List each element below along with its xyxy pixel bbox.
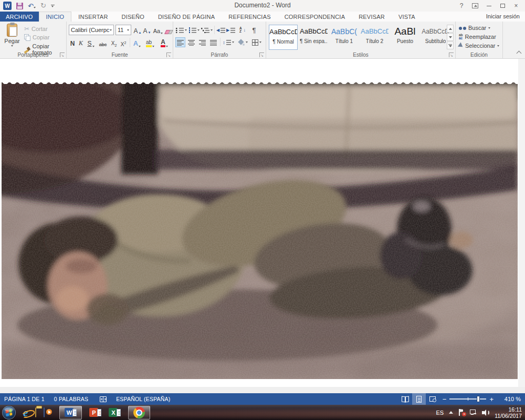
document-image[interactable] — [2, 82, 518, 379]
page-indicator[interactable]: PÁGINA 1 DE 1 — [4, 396, 45, 402]
redo-icon[interactable]: ↻ — [40, 2, 46, 10]
powerpoint-taskbar-button[interactable]: P — [89, 408, 101, 417]
styles-scroll-down-button[interactable] — [447, 33, 454, 41]
font-name-combo[interactable]: Calibri (Cuerpc — [69, 25, 114, 35]
media-player-button[interactable] — [44, 408, 45, 417]
tab-diseno-de-pagina[interactable]: DISEÑO DE PÁGINA — [151, 12, 222, 22]
tab-archivo[interactable]: ARCHIVO — [0, 12, 39, 22]
align-right-button[interactable] — [197, 37, 207, 47]
clock[interactable]: 16:11 11/06/2017 — [495, 406, 522, 419]
decrease-indent-button[interactable]: ◀ — [216, 25, 225, 35]
paste-button[interactable]: Pegar — [3, 24, 22, 56]
tab-vista[interactable]: VISTA — [392, 12, 422, 22]
window-title: Documento2 - Word — [158, 2, 368, 9]
collapse-ribbon-icon[interactable] — [517, 51, 522, 56]
styles-more-button[interactable] — [447, 41, 454, 49]
tab-inicio[interactable]: INICIO — [39, 12, 72, 22]
increase-indent-button[interactable]: ▶ — [226, 25, 235, 35]
read-mode-button[interactable] — [398, 393, 412, 405]
word-taskbar-button[interactable]: W — [59, 406, 82, 419]
tab-insertar[interactable]: INSERTAR — [71, 12, 114, 22]
word-count[interactable]: 0 PALABRAS — [54, 396, 88, 402]
sort-button[interactable]: AZ↓ — [237, 25, 248, 35]
sign-in-link[interactable]: Iniciar sesión — [486, 13, 520, 19]
save-icon[interactable] — [16, 3, 23, 9]
italic-button[interactable]: K — [77, 38, 85, 48]
file-explorer-button[interactable] — [35, 408, 36, 417]
bold-button[interactable]: N — [69, 38, 76, 48]
change-case-button[interactable]: Aa — [152, 25, 164, 35]
document-area[interactable] — [0, 59, 525, 393]
undo-icon[interactable]: ↶ — [28, 2, 34, 10]
paste-dropdown-icon[interactable] — [11, 45, 13, 47]
styles-scroll-up-button[interactable] — [447, 25, 454, 33]
tab-diseno[interactable]: DISEÑO — [115, 12, 151, 22]
style-sin-espaciado[interactable]: AaBbCcDc ¶ Sin espa... — [299, 25, 328, 50]
replace-button[interactable]: abac Reemplazar — [459, 34, 496, 40]
undo-dropdown-icon[interactable] — [34, 7, 36, 8]
styles-dialog-launcher[interactable]: ↘ — [449, 52, 454, 57]
ribbon-display-options-button[interactable] — [468, 0, 482, 12]
zoom-out-button[interactable]: − — [439, 395, 450, 403]
style-titulo-1[interactable]: AaBbC( Título 1 — [330, 25, 359, 50]
grow-font-button[interactable]: A▲ — [133, 25, 142, 35]
paragraph-dialog-launcher[interactable]: ↘ — [259, 52, 264, 57]
style-normal[interactable]: AaBbCcDc ¶ Normal — [269, 25, 298, 50]
cut-button[interactable]: ✂ Cortar — [24, 25, 48, 33]
underline-button[interactable]: S — [86, 38, 96, 48]
zoom-slider[interactable] — [449, 398, 486, 400]
start-button[interactable] — [2, 406, 16, 419]
font-dialog-launcher[interactable]: ↘ — [166, 52, 171, 57]
chrome-taskbar-button[interactable] — [128, 406, 150, 419]
numbering-button[interactable] — [188, 25, 200, 35]
line-spacing-button[interactable]: ↕ — [222, 37, 235, 47]
show-hidden-icons-button[interactable] — [449, 411, 453, 414]
tab-revisar[interactable]: REVISAR — [352, 12, 392, 22]
clear-formatting-button[interactable] — [164, 25, 173, 35]
network-icon[interactable] — [470, 409, 477, 416]
subscript-button[interactable]: X2 — [110, 38, 118, 48]
style-puesto[interactable]: AaBl Puesto — [391, 25, 419, 50]
customize-qat-icon[interactable] — [51, 5, 55, 7]
language-tray-indicator[interactable]: ES — [436, 410, 444, 416]
align-left-button[interactable] — [175, 37, 185, 47]
action-center-icon[interactable] — [458, 409, 465, 416]
minimize-button[interactable] — [482, 0, 496, 12]
highlight-button[interactable]: ab — [144, 38, 156, 48]
text-effects-button[interactable]: A — [132, 38, 142, 48]
internet-explorer-button[interactable]: e — [23, 407, 28, 418]
print-layout-button[interactable] — [412, 393, 426, 405]
font-size-combo[interactable]: 11 — [116, 25, 131, 35]
font-color-button[interactable]: A — [158, 38, 171, 48]
style-titulo-2[interactable]: AaBbCcD Título 2 — [360, 25, 389, 50]
shading-button[interactable] — [236, 37, 249, 47]
copy-button[interactable]: Copiar — [24, 34, 49, 40]
bullets-button[interactable] — [175, 25, 187, 35]
zoom-percentage[interactable]: 410 % — [497, 396, 521, 402]
zoom-in-button[interactable]: + — [486, 395, 497, 403]
tab-correspondencia[interactable]: CORRESPONDENCIA — [278, 12, 352, 22]
style-subtitulo[interactable]: AaBbCcD Subtítulo — [421, 25, 450, 50]
show-paragraph-marks-button[interactable]: ¶ — [250, 25, 258, 35]
help-button[interactable]: ? — [455, 0, 468, 12]
find-button[interactable]: Buscar — [459, 25, 490, 31]
restore-button[interactable] — [496, 0, 509, 12]
excel-taskbar-button[interactable]: X — [109, 408, 121, 417]
undo-button[interactable]: ↶ — [28, 1, 36, 10]
select-button[interactable]: Seleccionar — [459, 43, 499, 49]
close-button[interactable]: × — [509, 0, 523, 12]
borders-button[interactable] — [250, 37, 263, 47]
zoom-slider-thumb[interactable] — [477, 396, 480, 402]
shrink-font-button[interactable]: A▼ — [143, 25, 151, 35]
web-layout-button[interactable] — [426, 393, 439, 405]
tab-referencias[interactable]: REFERENCIAS — [222, 12, 277, 22]
justify-button[interactable] — [208, 37, 218, 47]
strikethrough-button[interactable]: abc — [97, 38, 109, 48]
language-indicator[interactable]: ESPAÑOL (ESPAÑA) — [116, 396, 170, 402]
proofing-icon[interactable] — [100, 396, 107, 402]
align-center-button[interactable] — [186, 37, 196, 47]
superscript-button[interactable]: X2 — [119, 38, 128, 48]
clipboard-dialog-launcher[interactable]: ↘ — [60, 52, 65, 57]
volume-icon[interactable] — [482, 410, 489, 416]
multilevel-list-button[interactable] — [201, 25, 213, 35]
